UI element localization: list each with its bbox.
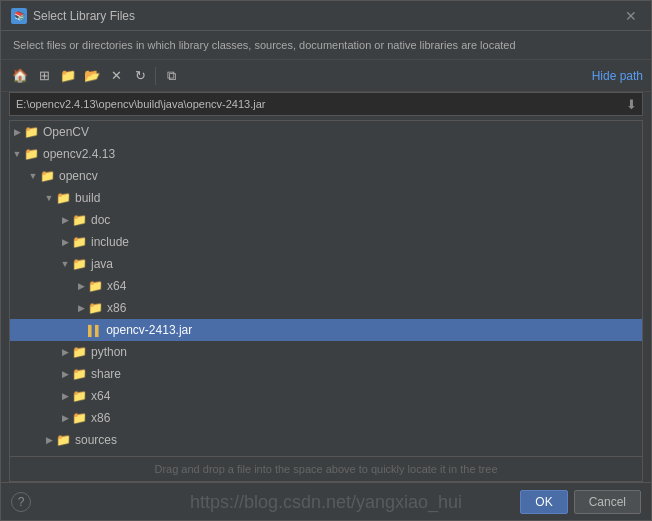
refresh-button[interactable]: ↻: [129, 65, 151, 87]
folder-icon: 📁: [24, 125, 39, 139]
folder-icon: 📁: [88, 301, 103, 315]
tree-item[interactable]: ▼ 📁 opencv: [10, 165, 642, 187]
tree-item[interactable]: ▶ 📁 x86: [10, 297, 642, 319]
title-bar: 📚 Select Library Files ✕: [1, 1, 651, 31]
tree-item[interactable]: ▶ 📁 include: [10, 231, 642, 253]
tree-item[interactable]: ▶ 📁 doc: [10, 209, 642, 231]
arrow-icon: ▶: [58, 369, 72, 379]
arrow-icon: ▼: [42, 193, 56, 203]
arrow-icon: ▶: [58, 391, 72, 401]
tree-item-label: x86: [107, 301, 126, 315]
expand-button[interactable]: ⧉: [160, 65, 182, 87]
arrow-icon: ▶: [74, 281, 88, 291]
drag-hint: Drag and drop a file into the space abov…: [9, 457, 643, 482]
description-text: Select files or directories in which lib…: [1, 31, 651, 60]
toolbar-separator: [155, 67, 156, 85]
tree-item-label: opencv2.4.13: [43, 147, 115, 161]
close-button[interactable]: ✕: [621, 7, 641, 25]
tree-item[interactable]: ▼ 📁 opencv2.4.13: [10, 143, 642, 165]
dialog-title: Select Library Files: [33, 9, 135, 23]
title-bar-left: 📚 Select Library Files: [11, 8, 135, 24]
tree-item[interactable]: ▼ 📁 java: [10, 253, 642, 275]
tree-item-label: doc: [91, 213, 110, 227]
arrow-icon: ▶: [58, 413, 72, 423]
tree-item-label: OpenCV: [43, 125, 89, 139]
home-button[interactable]: 🏠: [9, 65, 31, 87]
folder-icon: 📁: [40, 169, 55, 183]
dialog-icon: 📚: [11, 8, 27, 24]
folder-icon: 📁: [72, 389, 87, 403]
folder-icon: 📁: [72, 345, 87, 359]
tree-item[interactable]: ▶ 📁 sources: [10, 429, 642, 451]
footer-buttons: OK Cancel: [520, 490, 641, 514]
folder-icon: 📁: [24, 147, 39, 161]
tree-item[interactable]: ▶ 📁 OpenCV: [10, 121, 642, 143]
view-button[interactable]: ⊞: [33, 65, 55, 87]
arrow-icon: ▶: [74, 303, 88, 313]
footer: ? OK Cancel: [1, 482, 651, 520]
folder-icon: 📁: [72, 367, 87, 381]
folder-icon: 📁: [72, 235, 87, 249]
jar-icon: ▌▌: [88, 325, 102, 336]
arrow-icon: ▶: [58, 215, 72, 225]
path-bar: ⬇: [9, 92, 643, 116]
tree-item[interactable]: ▶ 📁 python: [10, 341, 642, 363]
file-tree: ▶ 📁 OpenCV ▼ 📁 opencv2.4.13 ▼ 📁 opencv ▼…: [9, 120, 643, 457]
path-input[interactable]: [10, 98, 620, 110]
toolbar: 🏠 ⊞ 📁 📂 ✕ ↻ ⧉ Hide path: [1, 60, 651, 92]
arrow-icon: ▼: [26, 171, 40, 181]
tree-item[interactable]: ▶ 📁 x86: [10, 407, 642, 429]
folder-icon: 📁: [72, 411, 87, 425]
cancel-button[interactable]: Cancel: [574, 490, 641, 514]
folder-icon: 📁: [72, 257, 87, 271]
ok-button[interactable]: OK: [520, 490, 567, 514]
tree-item-label: java: [91, 257, 113, 271]
tree-item[interactable]: ▶ 📁 x64: [10, 275, 642, 297]
arrow-icon: ▶: [58, 237, 72, 247]
folder-icon: 📁: [56, 191, 71, 205]
tree-item[interactable]: ▼ 📁 build: [10, 187, 642, 209]
tree-item[interactable]: ▌▌ opencv-2413.jar: [10, 319, 642, 341]
arrow-icon: ▼: [10, 149, 24, 159]
delete-button[interactable]: ✕: [105, 65, 127, 87]
tree-item-label: include: [91, 235, 129, 249]
tree-item-label: opencv-2413.jar: [106, 323, 192, 337]
arrow-icon: ▶: [42, 435, 56, 445]
folder-icon: 📁: [56, 433, 71, 447]
folder-icon: 📁: [72, 213, 87, 227]
arrow-icon: ▼: [58, 259, 72, 269]
hide-path-link[interactable]: Hide path: [592, 69, 643, 83]
arrow-icon: ▶: [58, 347, 72, 357]
folder-icon: 📁: [88, 279, 103, 293]
tree-item-label: opencv: [59, 169, 98, 183]
tree-item[interactable]: ▶ 📁 x64: [10, 385, 642, 407]
tree-item-label: share: [91, 367, 121, 381]
new-folder-button[interactable]: 📂: [81, 65, 103, 87]
dialog: 📚 Select Library Files ✕ Select files or…: [0, 0, 652, 521]
tree-item[interactable]: ▶ 📁 share: [10, 363, 642, 385]
tree-item-label: sources: [75, 433, 117, 447]
help-button[interactable]: ?: [11, 492, 31, 512]
folder-up-button[interactable]: 📁: [57, 65, 79, 87]
tree-item-label: build: [75, 191, 100, 205]
path-download-button[interactable]: ⬇: [620, 93, 642, 115]
tree-item-label: python: [91, 345, 127, 359]
tree-item-label: x86: [91, 411, 110, 425]
arrow-icon: ▶: [10, 127, 24, 137]
tree-item-label: x64: [107, 279, 126, 293]
tree-item-label: x64: [91, 389, 110, 403]
